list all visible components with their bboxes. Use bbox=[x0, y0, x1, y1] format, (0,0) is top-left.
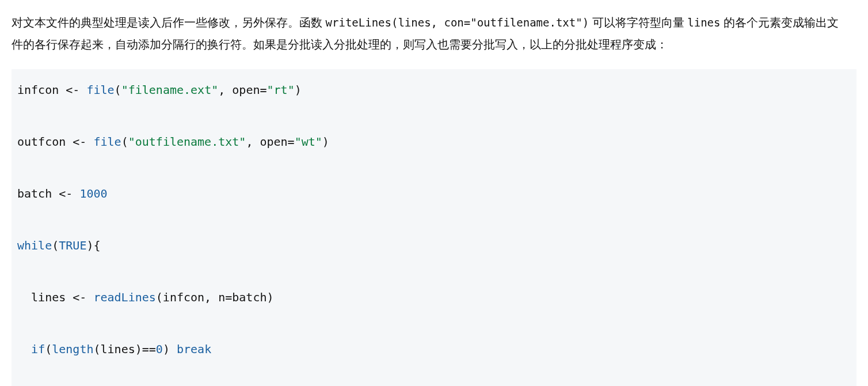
inline-code: writeLines(lines, con="outfilename.txt") bbox=[326, 16, 589, 29]
code-block: infcon <- file("filename.ext", open="rt"… bbox=[12, 69, 856, 386]
code-line: batch <- 1000 bbox=[17, 181, 847, 207]
code-line: outfcon <- file("outfilename.txt", open=… bbox=[17, 129, 847, 155]
code-line: lines <- readLines(infcon, n=batch) bbox=[17, 285, 847, 311]
inline-code: lines bbox=[687, 16, 720, 29]
paragraph: 对文本文件的典型处理是读入后作一些修改，另外保存。函数 writeLines(l… bbox=[12, 12, 845, 55]
prose-text: 对文本文件的典型处理是读入后作一些修改，另外保存。函数 bbox=[12, 16, 326, 29]
code-line: infcon <- file("filename.ext", open="rt"… bbox=[17, 77, 847, 103]
prose-text: 可以将字符型向量 bbox=[589, 16, 687, 29]
code-line: if(length(lines)==0) break bbox=[17, 336, 847, 362]
code-line: while(TRUE){ bbox=[17, 233, 847, 259]
